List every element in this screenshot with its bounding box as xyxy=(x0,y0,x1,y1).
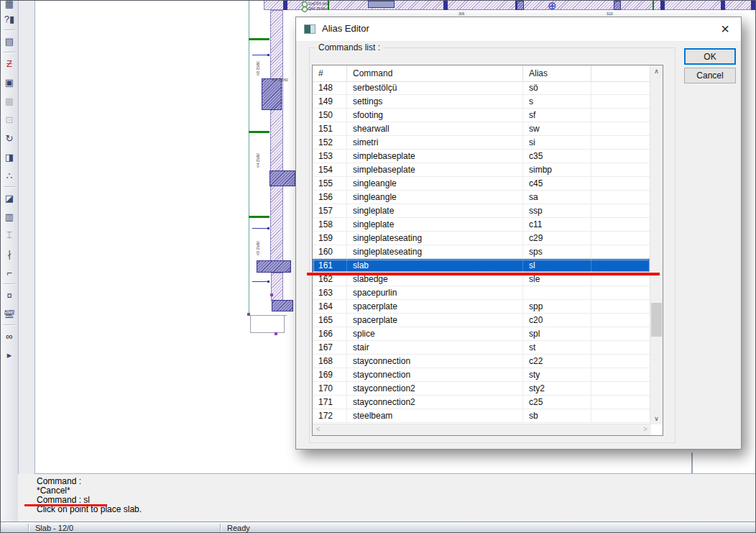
table-row[interactable]: 152simetrisi xyxy=(313,136,650,150)
table-row[interactable]: 163spacepurlin xyxy=(313,286,650,300)
pane-splitter[interactable] xyxy=(691,452,693,473)
application-window: ⊕ G=0.5/5 tf/m²Q=0.35 tf/m²306S10K17 25/… xyxy=(0,0,756,533)
cell-extra xyxy=(591,150,650,163)
cell-number: 167 xyxy=(313,341,347,354)
scroll-up-icon[interactable]: ∧ xyxy=(650,65,663,77)
cancel-button[interactable]: Cancel xyxy=(684,68,736,83)
table-row[interactable]: 165spacerplatec20 xyxy=(313,314,650,327)
table-row[interactable]: 168stayconnectionc22 xyxy=(313,355,650,368)
cell-extra xyxy=(591,382,650,395)
cell-number: 158 xyxy=(313,218,347,231)
cell-command: steelbeam xyxy=(347,409,523,422)
array-points-icon[interactable]: ∴ xyxy=(1,166,17,185)
scroll-left-icon[interactable]: < xyxy=(313,424,324,435)
drawing-label: G=0.5/5 tf/m² xyxy=(308,1,329,6)
cell-command: settings xyxy=(347,95,523,108)
find-icon[interactable]: ∞ xyxy=(1,327,17,345)
drawing-label: K9 25/60 xyxy=(256,241,260,255)
cell-alias: s xyxy=(523,95,591,108)
cell-extra xyxy=(591,232,650,245)
cell-extra xyxy=(591,327,650,340)
cell-extra xyxy=(591,204,650,217)
report-document-icon[interactable]: ▤ xyxy=(1,32,17,50)
cell-alias: sf xyxy=(523,109,591,122)
table-row[interactable]: 161slabsl xyxy=(313,259,650,273)
table-row[interactable]: 171stayconnection2c25 xyxy=(313,396,650,409)
table-row[interactable]: 151shearwallsw xyxy=(313,122,650,136)
alias-editor-dialog: Alias Editor × Commands list : # Command… xyxy=(295,17,742,450)
cell-command: spacepurlin xyxy=(347,286,523,299)
scroll-right-icon[interactable]: > xyxy=(640,424,651,435)
cell-alias: c35 xyxy=(523,150,591,163)
table-row[interactable]: 159singleplateseatingc29 xyxy=(313,232,650,245)
cell-number: 161 xyxy=(313,259,347,272)
cell-alias: sl xyxy=(523,259,591,272)
section-layers-icon[interactable]: Ƶ xyxy=(1,54,17,73)
table-row[interactable]: 155singleanglec45 xyxy=(313,177,650,191)
dialog-titlebar[interactable]: Alias Editor × xyxy=(296,17,741,42)
header-number[interactable]: # xyxy=(313,65,347,81)
table-row[interactable]: 169stayconnectionsty xyxy=(313,368,650,382)
copy-icon[interactable]: ▣ xyxy=(1,73,17,91)
cell-extra xyxy=(591,314,650,327)
cell-number: 164 xyxy=(313,300,347,313)
mirror-copy-icon[interactable]: ◨ xyxy=(1,147,17,166)
measure-query-icon[interactable]: ?▮ xyxy=(1,9,17,28)
table-row[interactable]: 158singleplatec11 xyxy=(313,218,650,232)
cell-extra xyxy=(591,355,650,368)
table-row[interactable]: 170stayconnection2sty2 xyxy=(313,382,650,396)
table-row[interactable]: 149settingss xyxy=(313,95,650,109)
table-row[interactable]: 166splicespl xyxy=(313,327,650,341)
panel-gap-strip xyxy=(18,1,34,474)
vertical-scrollbar[interactable]: ∧ ∨ xyxy=(650,65,663,424)
cell-alias: sö xyxy=(523,81,591,94)
bolt-icon[interactable]: ¤ xyxy=(1,286,17,304)
header-command[interactable]: Command xyxy=(347,65,523,81)
trim-line-icon[interactable]: ∤ xyxy=(1,245,17,263)
table-row[interactable]: 148serbestölçüsö xyxy=(313,81,650,95)
header-alias[interactable]: Alias xyxy=(523,65,591,81)
cell-number: 172 xyxy=(313,409,347,422)
toolbar-expand-icon[interactable]: ▸ xyxy=(1,345,17,364)
table-row[interactable]: 172steelbeamsb xyxy=(313,409,650,423)
header-extra[interactable] xyxy=(591,65,650,81)
command-panel[interactable]: Command :*Cancel*Command : slClick on po… xyxy=(18,474,756,521)
ok-button[interactable]: OK xyxy=(684,48,736,65)
column-corner-icon[interactable]: ⌐ xyxy=(1,263,17,282)
table-row[interactable]: 150sfootingsf xyxy=(313,109,650,122)
cell-number: 153 xyxy=(313,150,347,163)
table-row[interactable]: 157singleplatessp xyxy=(313,204,650,218)
auto-label-icon[interactable]: AUTO ABC xyxy=(1,304,17,323)
cell-alias: c45 xyxy=(523,177,591,190)
cell-number: 154 xyxy=(313,163,347,176)
table-row[interactable]: 156singleanglesa xyxy=(313,191,650,204)
cell-extra xyxy=(591,163,650,176)
cell-alias: sb xyxy=(523,409,591,422)
cell-extra xyxy=(591,396,650,409)
status-mode: Slab - 12/0 xyxy=(35,524,73,532)
cell-alias: c22 xyxy=(523,355,591,368)
table-row[interactable]: 164spacerplatespp xyxy=(313,300,650,314)
close-button[interactable]: × xyxy=(714,19,737,39)
toolbar-separator xyxy=(4,324,15,325)
horizontal-scrollbar[interactable]: < > xyxy=(313,424,651,435)
cell-alias: sps xyxy=(523,245,591,258)
scroll-down-icon[interactable]: ∨ xyxy=(650,413,663,424)
cell-alias: sa xyxy=(523,191,591,204)
vertical-scroll-thumb[interactable] xyxy=(651,303,662,337)
groupbox-label: Commands list : xyxy=(315,42,383,53)
steel-beam-icon[interactable]: ⌶ xyxy=(1,226,17,245)
edit-plate-icon[interactable]: ◪ xyxy=(1,188,17,207)
drawing-label: K8 25/60 xyxy=(256,61,260,76)
cell-command: slab xyxy=(347,259,523,272)
table-row[interactable]: 153simplebaseplatec35 xyxy=(313,150,650,163)
table-row[interactable]: 160singleplateseatingsps xyxy=(313,245,650,259)
cell-alias: st xyxy=(523,341,591,354)
cell-alias: c20 xyxy=(523,314,591,327)
beam-section-icon[interactable]: ▥ xyxy=(1,207,17,226)
rotate-copy-icon[interactable]: ↻ xyxy=(1,129,17,147)
cell-number: 157 xyxy=(313,204,347,217)
cell-command: singleangle xyxy=(347,191,523,204)
table-row[interactable]: 154simplebaseplatesimbp xyxy=(313,163,650,177)
table-row[interactable]: 167stairst xyxy=(313,341,650,355)
